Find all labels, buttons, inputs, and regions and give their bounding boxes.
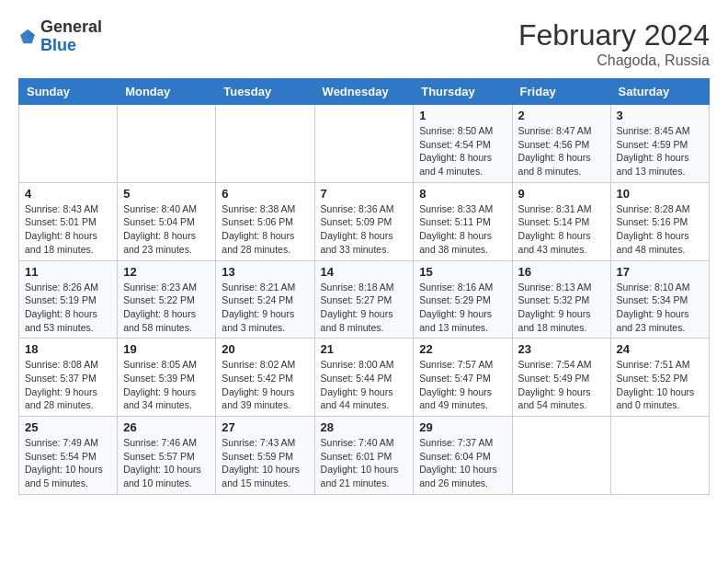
day-number: 25 [25,420,111,434]
calendar-cell [19,105,118,183]
calendar-cell: 23Sunrise: 7:54 AM Sunset: 5:49 PM Dayli… [512,339,610,417]
day-number: 7 [321,187,408,201]
calendar-cell: 26Sunrise: 7:46 AM Sunset: 5:57 PM Dayli… [118,417,216,495]
day-number: 2 [518,109,605,122]
calendar-cell: 9Sunrise: 8:31 AM Sunset: 5:14 PM Daylig… [512,182,610,260]
col-header-monday: Monday [118,79,216,105]
day-number: 22 [419,342,506,356]
day-detail: Sunrise: 8:40 AM Sunset: 5:04 PM Dayligh… [123,202,210,257]
day-detail: Sunrise: 8:38 AM Sunset: 5:06 PM Dayligh… [222,202,308,257]
calendar-cell: 13Sunrise: 8:21 AM Sunset: 5:24 PM Dayli… [216,260,314,339]
col-header-friday: Friday [512,79,610,105]
calendar-cell: 16Sunrise: 8:13 AM Sunset: 5:32 PM Dayli… [512,260,610,339]
day-number: 28 [321,420,408,434]
calendar-table: SundayMondayTuesdayWednesdayThursdayFrid… [18,78,710,495]
page-header: General Blue February 2024 Chagoda, Russ… [18,18,710,69]
calendar-cell [314,105,414,183]
day-detail: Sunrise: 8:08 AM Sunset: 5:37 PM Dayligh… [25,358,111,412]
month-year-title: February 2024 [518,18,710,52]
day-number: 21 [321,342,408,356]
day-detail: Sunrise: 8:36 AM Sunset: 5:09 PM Dayligh… [321,202,408,257]
day-detail: Sunrise: 8:00 AM Sunset: 5:44 PM Dayligh… [321,358,408,412]
day-number: 6 [222,187,308,201]
calendar-cell: 19Sunrise: 8:05 AM Sunset: 5:39 PM Dayli… [118,339,216,417]
calendar-cell: 28Sunrise: 7:40 AM Sunset: 6:01 PM Dayli… [314,417,414,495]
day-number: 19 [123,342,210,356]
day-detail: Sunrise: 8:13 AM Sunset: 5:32 PM Dayligh… [518,281,605,335]
calendar-cell [512,417,610,495]
day-detail: Sunrise: 8:47 AM Sunset: 4:56 PM Dayligh… [518,124,605,178]
day-detail: Sunrise: 8:45 AM Sunset: 4:59 PM Dayligh… [617,124,703,178]
day-detail: Sunrise: 7:37 AM Sunset: 6:04 PM Dayligh… [419,436,506,490]
title-area: February 2024 Chagoda, Russia [518,18,710,69]
day-number: 16 [518,265,605,279]
day-detail: Sunrise: 8:10 AM Sunset: 5:34 PM Dayligh… [617,281,703,335]
calendar-cell: 14Sunrise: 8:18 AM Sunset: 5:27 PM Dayli… [314,260,414,339]
day-detail: Sunrise: 7:40 AM Sunset: 6:01 PM Dayligh… [321,436,408,490]
day-number: 8 [419,187,506,201]
day-number: 23 [518,342,605,356]
calendar-cell: 12Sunrise: 8:23 AM Sunset: 5:22 PM Dayli… [118,260,216,339]
day-detail: Sunrise: 8:33 AM Sunset: 5:11 PM Dayligh… [419,202,506,257]
calendar-week-2: 4Sunrise: 8:43 AM Sunset: 5:01 PM Daylig… [19,182,710,260]
calendar-cell: 11Sunrise: 8:26 AM Sunset: 5:19 PM Dayli… [19,260,118,339]
col-header-wednesday: Wednesday [314,79,414,105]
calendar-cell: 6Sunrise: 8:38 AM Sunset: 5:06 PM Daylig… [216,182,314,260]
logo-icon [18,28,37,46]
day-number: 18 [25,342,111,356]
day-detail: Sunrise: 8:18 AM Sunset: 5:27 PM Dayligh… [321,281,408,335]
calendar-cell: 1Sunrise: 8:50 AM Sunset: 4:54 PM Daylig… [414,105,512,183]
calendar-cell: 22Sunrise: 7:57 AM Sunset: 5:47 PM Dayli… [414,339,512,417]
calendar-cell: 8Sunrise: 8:33 AM Sunset: 5:11 PM Daylig… [414,182,512,260]
day-detail: Sunrise: 8:23 AM Sunset: 5:22 PM Dayligh… [123,281,210,335]
col-header-sunday: Sunday [19,79,118,105]
day-detail: Sunrise: 8:31 AM Sunset: 5:14 PM Dayligh… [518,202,605,257]
calendar-cell: 21Sunrise: 8:00 AM Sunset: 5:44 PM Dayli… [314,339,414,417]
day-number: 1 [419,109,506,122]
logo-blue-text: Blue [40,36,76,54]
col-header-tuesday: Tuesday [216,79,314,105]
day-detail: Sunrise: 7:46 AM Sunset: 5:57 PM Dayligh… [123,436,210,490]
day-detail: Sunrise: 8:05 AM Sunset: 5:39 PM Dayligh… [123,358,210,412]
calendar-cell: 5Sunrise: 8:40 AM Sunset: 5:04 PM Daylig… [118,182,216,260]
day-number: 4 [25,187,111,201]
day-number: 3 [617,109,703,122]
calendar-cell: 25Sunrise: 7:49 AM Sunset: 5:54 PM Dayli… [19,417,118,495]
day-number: 27 [222,420,308,434]
day-detail: Sunrise: 8:28 AM Sunset: 5:16 PM Dayligh… [617,202,703,257]
calendar-cell: 24Sunrise: 7:51 AM Sunset: 5:52 PM Dayli… [610,339,709,417]
day-detail: Sunrise: 7:54 AM Sunset: 5:49 PM Dayligh… [518,358,605,412]
day-number: 24 [617,342,703,356]
day-detail: Sunrise: 8:50 AM Sunset: 4:54 PM Dayligh… [419,124,506,178]
day-detail: Sunrise: 7:57 AM Sunset: 5:47 PM Dayligh… [419,358,506,412]
location-subtitle: Chagoda, Russia [518,52,710,69]
day-detail: Sunrise: 8:26 AM Sunset: 5:19 PM Dayligh… [25,281,111,335]
day-detail: Sunrise: 8:43 AM Sunset: 5:01 PM Dayligh… [25,202,111,257]
col-header-thursday: Thursday [414,79,512,105]
calendar-week-3: 11Sunrise: 8:26 AM Sunset: 5:19 PM Dayli… [19,260,710,339]
calendar-week-5: 25Sunrise: 7:49 AM Sunset: 5:54 PM Dayli… [19,417,710,495]
day-number: 11 [25,265,111,279]
calendar-cell: 2Sunrise: 8:47 AM Sunset: 4:56 PM Daylig… [512,105,610,183]
calendar-cell [610,417,709,495]
day-detail: Sunrise: 8:02 AM Sunset: 5:42 PM Dayligh… [222,358,308,412]
day-detail: Sunrise: 7:43 AM Sunset: 5:59 PM Dayligh… [222,436,308,490]
col-header-saturday: Saturday [610,79,709,105]
calendar-cell: 15Sunrise: 8:16 AM Sunset: 5:29 PM Dayli… [414,260,512,339]
calendar-cell: 29Sunrise: 7:37 AM Sunset: 6:04 PM Dayli… [414,417,512,495]
day-detail: Sunrise: 8:21 AM Sunset: 5:24 PM Dayligh… [222,281,308,335]
calendar-cell: 10Sunrise: 8:28 AM Sunset: 5:16 PM Dayli… [610,182,709,260]
day-number: 13 [222,265,308,279]
calendar-week-1: 1Sunrise: 8:50 AM Sunset: 4:54 PM Daylig… [19,105,710,183]
day-number: 26 [123,420,210,434]
day-number: 17 [617,265,703,279]
calendar-cell: 20Sunrise: 8:02 AM Sunset: 5:42 PM Dayli… [216,339,314,417]
day-number: 12 [123,265,210,279]
calendar-cell: 3Sunrise: 8:45 AM Sunset: 4:59 PM Daylig… [610,105,709,183]
calendar-header-row: SundayMondayTuesdayWednesdayThursdayFrid… [19,79,710,105]
day-number: 5 [123,187,210,201]
calendar-cell: 18Sunrise: 8:08 AM Sunset: 5:37 PM Dayli… [19,339,118,417]
calendar-cell: 4Sunrise: 8:43 AM Sunset: 5:01 PM Daylig… [19,182,118,260]
day-number: 15 [419,265,506,279]
calendar-cell [118,105,216,183]
